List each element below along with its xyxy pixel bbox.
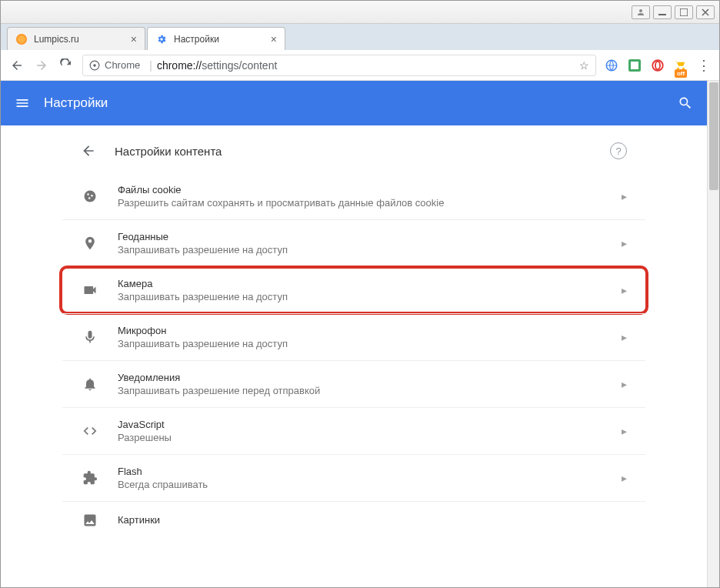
settings-item-location[interactable]: Геоданные Запрашивать разрешение на дост…: [62, 219, 645, 266]
window-titlebar: [1, 1, 719, 24]
forward-button[interactable]: [33, 57, 50, 74]
card-title: Настройки контента: [115, 145, 610, 158]
user-icon-button[interactable]: [632, 5, 650, 19]
close-tab-icon[interactable]: ×: [271, 33, 277, 45]
cart-extension-icon[interactable]: off: [673, 58, 688, 73]
puzzle-icon: [81, 470, 99, 486]
svg-point-11: [91, 195, 93, 197]
star-icon[interactable]: ☆: [579, 59, 589, 72]
item-title: Камера: [118, 278, 622, 289]
hamburger-icon[interactable]: [15, 95, 30, 111]
settings-item-microphone[interactable]: Микрофон Запрашивать разрешение на досту…: [62, 313, 645, 360]
svg-point-10: [87, 193, 89, 195]
settings-item-notifications[interactable]: Уведомления Запрашивать разрешение перед…: [62, 360, 645, 407]
url-path: settings/content: [202, 59, 277, 72]
card-header: Настройки контента ?: [62, 129, 645, 173]
settings-item-javascript[interactable]: JavaScript Разрешены ▸: [62, 407, 645, 454]
settings-title: Настройки: [44, 95, 108, 111]
item-title: JavaScript: [118, 419, 622, 430]
close-tab-icon[interactable]: ×: [131, 33, 137, 45]
globe-extension-icon[interactable]: [604, 58, 619, 73]
content-settings-card: Настройки контента ? Файлы cookie Разреш…: [62, 129, 645, 533]
settings-item-camera[interactable]: Камера Запрашивать разрешение на доступ …: [62, 266, 645, 313]
image-icon: [81, 513, 99, 528]
settings-header: Настройки: [1, 81, 707, 125]
svg-rect-0: [658, 14, 666, 15]
tab-settings[interactable]: Настройки ×: [147, 27, 285, 50]
help-icon[interactable]: ?: [610, 142, 627, 159]
back-button[interactable]: [8, 57, 25, 74]
settings-item-flash[interactable]: Flash Всегда спрашивать ▸: [62, 454, 645, 501]
chevron-right-icon: ▸: [622, 237, 627, 249]
item-title: Уведомления: [118, 372, 622, 383]
item-subtitle: Запрашивать разрешение на доступ: [118, 244, 622, 256]
svg-rect-1: [680, 8, 688, 16]
chevron-right-icon: ▸: [622, 378, 627, 390]
extension-off-badge: off: [675, 69, 687, 78]
vertical-scrollbar[interactable]: [707, 81, 719, 588]
tab-strip: Lumpics.ru × Настройки ×: [1, 24, 719, 50]
code-icon: [81, 423, 99, 439]
square-extension-icon[interactable]: [627, 58, 642, 73]
chevron-right-icon: ▸: [622, 472, 627, 484]
back-arrow-icon[interactable]: [81, 143, 96, 159]
item-title: Картинки: [118, 514, 627, 526]
location-icon: [81, 236, 99, 251]
chevron-right-icon: ▸: [622, 331, 627, 343]
url-host: chrome://: [157, 59, 202, 72]
address-extensions: off ⋮: [604, 58, 712, 73]
item-title: Геоданные: [118, 231, 622, 242]
bell-icon: [81, 376, 99, 392]
svg-point-3: [93, 64, 96, 67]
page-content: Настройки Настройки контента ?: [1, 81, 707, 588]
chrome-menu-icon[interactable]: ⋮: [696, 58, 712, 73]
camera-icon: [81, 282, 99, 298]
settings-list: Файлы cookie Разрешить сайтам сохранять …: [62, 173, 645, 533]
reload-button[interactable]: [58, 57, 75, 74]
item-subtitle: Запрашивать разрешение на доступ: [118, 291, 622, 302]
minimize-button[interactable]: [653, 5, 672, 19]
close-window-button[interactable]: [696, 5, 715, 19]
search-icon[interactable]: [678, 95, 693, 111]
settings-item-images[interactable]: Картинки: [62, 501, 645, 533]
item-title: Файлы cookie: [118, 184, 622, 195]
item-title: Микрофон: [118, 325, 622, 336]
tab-label: Настройки: [174, 34, 219, 45]
item-subtitle: Всегда спрашивать: [118, 479, 622, 490]
mic-icon: [81, 329, 99, 345]
orange-favicon-icon: [15, 33, 28, 45]
item-subtitle: Разрешить сайтам сохранять и просматрива…: [118, 197, 622, 209]
svg-point-12: [88, 197, 91, 199]
viewport: Настройки Настройки контента ?: [1, 81, 719, 588]
opera-extension-icon[interactable]: [650, 58, 665, 73]
address-bar: Chrome | chrome://settings/content ☆ off…: [1, 50, 719, 81]
gear-favicon-icon: [155, 33, 168, 45]
scrollbar-thumb[interactable]: [709, 82, 718, 190]
cookie-icon: [81, 189, 99, 204]
url-box[interactable]: Chrome | chrome://settings/content ☆: [82, 55, 596, 76]
chevron-right-icon: ▸: [622, 190, 627, 202]
svg-point-8: [655, 61, 660, 69]
item-subtitle: Разрешены: [118, 432, 622, 443]
chevron-right-icon: ▸: [622, 284, 627, 296]
url-scheme-label: Chrome: [105, 59, 140, 71]
item-subtitle: Запрашивать разрешение на доступ: [118, 338, 622, 349]
item-subtitle: Запрашивать разрешение перед отправкой: [118, 385, 622, 396]
svg-point-9: [85, 191, 96, 202]
tab-label: Lumpics.ru: [34, 34, 79, 45]
item-title: Flash: [118, 466, 622, 477]
svg-rect-6: [631, 62, 638, 69]
maximize-button[interactable]: [675, 5, 693, 19]
tab-lumpics[interactable]: Lumpics.ru ×: [7, 27, 145, 50]
url-divider: |: [149, 59, 152, 72]
chevron-right-icon: ▸: [622, 425, 627, 437]
settings-item-cookies[interactable]: Файлы cookie Разрешить сайтам сохранять …: [62, 173, 645, 219]
